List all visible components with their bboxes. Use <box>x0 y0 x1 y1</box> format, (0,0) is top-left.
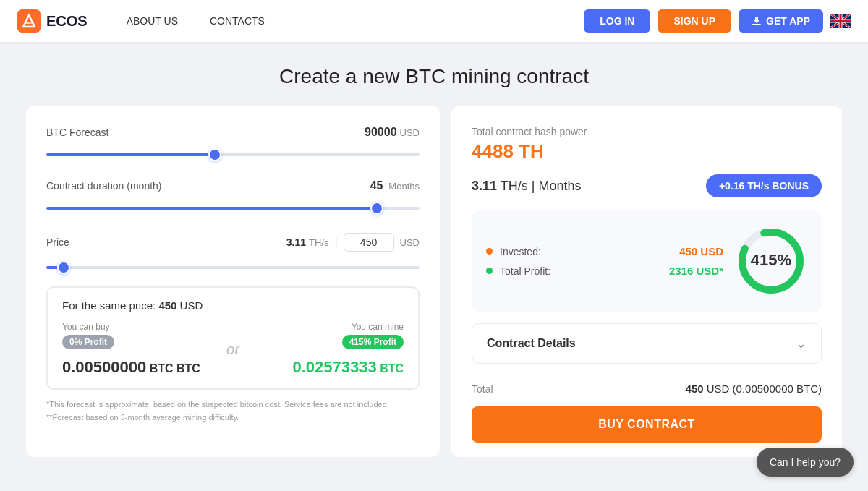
nav-contacts[interactable]: CONTACTS <box>194 0 281 42</box>
stats-box: Invested: 450 USD Total Profit: 2316 USD… <box>472 210 822 312</box>
price-th-value: 3.11 TH/s <box>286 236 329 248</box>
price-inputs: 3.11 TH/s | USD <box>286 233 420 252</box>
nav-about-us[interactable]: ABOUT US <box>111 0 194 42</box>
total-row: Total 450 USD (0.00500000 BTC) <box>472 375 822 406</box>
page-title: Create a new BTC mining contract <box>0 42 868 106</box>
price-usd-input[interactable] <box>344 233 394 252</box>
logo-icon <box>17 9 41 33</box>
mine-amount: 0.02573333 <box>292 358 376 376</box>
getapp-button[interactable]: GET APP <box>739 9 823 33</box>
right-panel: Total contract hash power 4488 TH 3.11 T… <box>451 106 842 457</box>
buy-contract-button[interactable]: BUY CONTRACT <box>472 406 822 443</box>
main-nav: ABOUT US CONTACTS <box>111 0 281 42</box>
contract-details-title: Contract Details <box>487 337 576 350</box>
profit-value: 2316 USD* <box>669 265 723 277</box>
logo-text: ECOS <box>46 13 88 30</box>
svg-rect-2 <box>25 22 33 24</box>
comparison-box: For the same price: 450 USD You can buy … <box>46 286 420 390</box>
btc-forecast-header: BTC Forecast 90000USD <box>46 126 420 139</box>
header: ECOS ABOUT US CONTACTS LOG IN SIGN UP GE… <box>0 0 868 42</box>
mine-currency: BTC <box>380 362 404 375</box>
donut-chart: 415% <box>735 225 807 297</box>
chat-bubble[interactable]: Can I help you? <box>757 448 854 477</box>
btc-forecast-section: BTC Forecast 90000USD <box>46 126 420 159</box>
signup-button[interactable]: SIGN UP <box>658 9 731 33</box>
contract-details: Contract Details ⌄ <box>472 323 822 364</box>
profit-dot <box>486 268 493 274</box>
price-label: Price <box>46 236 69 248</box>
duration-header: Contract duration (month) 45 Months <box>46 179 420 192</box>
total-value: 450 USD (0.00500000 BTC) <box>686 383 822 395</box>
price-usd-label: USD <box>400 237 420 248</box>
invested-dot <box>486 248 493 255</box>
total-label: Total <box>472 383 493 395</box>
duration-slider[interactable] <box>46 207 420 210</box>
header-actions: LOG IN SIGN UP GET APP <box>584 9 851 33</box>
download-icon <box>752 16 762 26</box>
main-content: BTC Forecast 90000USD Contract duration … <box>14 106 854 457</box>
duration-section: Contract duration (month) 45 Months <box>46 179 420 213</box>
price-slider[interactable] <box>46 266 420 269</box>
footnotes: *This forecast is approximate, based on … <box>46 398 420 424</box>
footnote2: **Forecast based on 3-month average mini… <box>46 411 420 424</box>
btc-forecast-slider[interactable] <box>46 153 420 156</box>
comp-mine: You can mine 415% Profit 0.02573333 BTC <box>251 322 404 377</box>
language-flag[interactable] <box>830 14 851 28</box>
bonus-button[interactable]: +0.16 TH/s BONUS <box>706 174 822 197</box>
logo: ECOS <box>17 9 88 33</box>
or-text: or <box>215 341 251 358</box>
price-section: Price 3.11 TH/s | USD <box>46 233 420 272</box>
invested-value: 450 USD <box>679 245 723 257</box>
profit-label: Total Profit: <box>500 265 669 277</box>
profit-row: Total Profit: 2316 USD* <box>486 265 723 277</box>
donut-label: 415% <box>751 251 791 269</box>
comparison-title: For the same price: 450 USD <box>62 299 404 312</box>
stats-text: Invested: 450 USD Total Profit: 2316 USD… <box>486 245 723 277</box>
hash-power-value: 4488 TH <box>472 140 822 163</box>
duration-value: 45 Months <box>370 179 420 192</box>
buy-label: You can buy <box>62 322 215 332</box>
left-panel: BTC Forecast 90000USD Contract duration … <box>26 106 440 457</box>
comparison-row: You can buy 0% Profit 0.00500000 BTC BTC… <box>62 322 404 377</box>
footnote1: *This forecast is approximate, based on … <box>46 398 420 411</box>
buy-currency: BTC <box>150 362 174 375</box>
invested-row: Invested: 450 USD <box>486 245 723 257</box>
svg-rect-3 <box>752 24 761 25</box>
chevron-down-icon: ⌄ <box>796 336 807 351</box>
price-header: Price 3.11 TH/s | USD <box>46 233 420 252</box>
buy-amount: 0.00500000 <box>62 358 146 376</box>
btc-forecast-value: 90000USD <box>365 126 420 139</box>
comp-buy: You can buy 0% Profit 0.00500000 BTC BTC <box>62 322 215 377</box>
contract-details-header[interactable]: Contract Details ⌄ <box>472 324 821 363</box>
buy-tag: 0% Profit <box>62 335 114 349</box>
login-button[interactable]: LOG IN <box>584 9 650 33</box>
svg-rect-0 <box>17 9 41 33</box>
btc-forecast-label: BTC Forecast <box>46 127 109 138</box>
ths-text: 3.11 TH/s | Months <box>472 179 581 194</box>
mine-tag: 415% Profit <box>342 335 404 349</box>
duration-label: Contract duration (month) <box>46 180 162 192</box>
hash-power-label: Total contract hash power <box>472 126 822 137</box>
invested-label: Invested: <box>500 246 679 257</box>
ths-row: 3.11 TH/s | Months +0.16 TH/s BONUS <box>472 174 822 197</box>
mine-label: You can mine <box>251 322 404 332</box>
